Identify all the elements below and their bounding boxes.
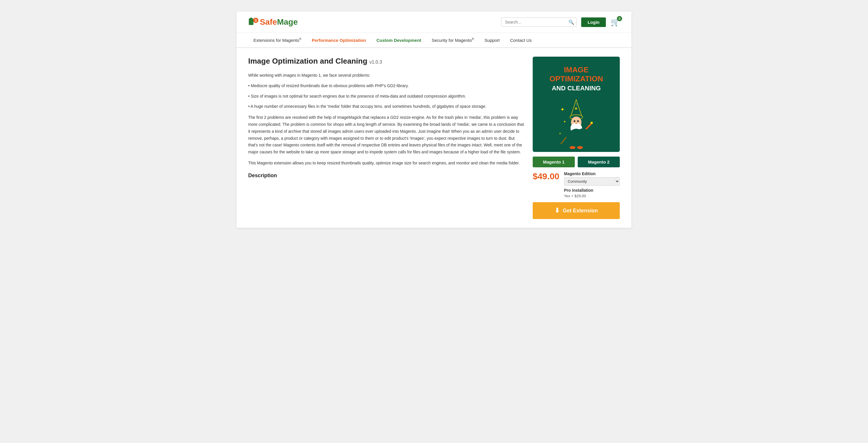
price-amount: $49.00 xyxy=(533,171,559,181)
svg-line-18 xyxy=(560,138,566,145)
product-image-title: IMAGE OPTIMIZATION xyxy=(538,65,614,83)
magento1-button[interactable]: Magento 1 xyxy=(533,156,575,167)
pro-install-label: Pro installation xyxy=(564,188,620,193)
content-area: Image Optimization and Cleaning v1.0.3 W… xyxy=(237,48,631,228)
svg-rect-0 xyxy=(249,19,253,25)
svg-text:✦: ✦ xyxy=(560,107,565,112)
login-button[interactable]: Login xyxy=(581,18,606,27)
product-image-subtitle: AND CLEANING xyxy=(552,85,601,92)
nav-item-custom[interactable]: Custom Development xyxy=(371,33,427,47)
page-wrapper: S SafeMage 🔍 Login 🛒 0 Extension xyxy=(231,0,637,239)
svg-text:☽: ☽ xyxy=(575,103,578,106)
version-buttons: Magento 1 Magento 2 xyxy=(533,156,620,167)
cart-badge: 0 xyxy=(617,16,622,21)
nav-item-security[interactable]: Security for Magento® xyxy=(427,33,479,47)
description-summary: This Magento extension allows you to kee… xyxy=(248,160,524,167)
logo-mage-text: Mage xyxy=(277,18,298,26)
svg-text:S: S xyxy=(255,19,257,23)
svg-text:★: ★ xyxy=(574,106,578,111)
svg-line-16 xyxy=(586,123,592,129)
main-content: Image Optimization and Cleaning v1.0.3 W… xyxy=(248,57,524,219)
svg-point-20 xyxy=(574,120,576,122)
download-icon: ⬇ xyxy=(555,207,560,214)
main-container: S SafeMage 🔍 Login 🛒 0 Extension xyxy=(237,11,631,228)
cart-wrapper[interactable]: 🛒 0 xyxy=(611,18,620,27)
nav-item-extensions[interactable]: Extensions for Magento® xyxy=(248,33,307,47)
svg-text:✦: ✦ xyxy=(559,132,561,135)
price-row: $49.00 Magento Edition Community Enterpr… xyxy=(533,171,620,198)
description-heading: Description xyxy=(248,173,524,179)
nav-item-contact[interactable]: Contact Us xyxy=(505,33,537,47)
svg-point-17 xyxy=(590,122,593,124)
svg-marker-1 xyxy=(248,18,254,19)
product-image-card: IMAGE OPTIMIZATION AND CLEANING ✦ ✦ ✦ xyxy=(533,57,620,152)
page-title: Image Optimization and Cleaning v1.0.3 xyxy=(248,57,524,66)
magento2-button[interactable]: Magento 2 xyxy=(578,156,620,167)
logo-safe-text: Safe xyxy=(260,18,277,26)
logo[interactable]: S SafeMage xyxy=(248,17,298,27)
svg-text:✦: ✦ xyxy=(563,120,566,124)
search-input[interactable] xyxy=(501,18,577,27)
get-extension-label: Get Extension xyxy=(563,208,598,214)
svg-point-23 xyxy=(569,146,576,149)
svg-point-21 xyxy=(577,120,579,122)
header: S SafeMage 🔍 Login 🛒 0 xyxy=(237,11,631,33)
description-intro: While working with images in Magento 1, … xyxy=(248,72,524,110)
edition-label: Magento Edition xyxy=(564,171,620,176)
nav-item-performance[interactable]: Performance Optimization xyxy=(307,33,371,47)
search-button[interactable]: 🔍 xyxy=(568,20,574,25)
description-main: The first 2 problems are resolved with t… xyxy=(248,114,524,156)
version-tag: v1.0.3 xyxy=(370,60,382,64)
edition-select[interactable]: Community Enterprise xyxy=(564,177,620,186)
search-container: 🔍 xyxy=(501,18,577,27)
header-right: 🔍 Login 🛒 0 xyxy=(501,18,620,27)
svg-point-24 xyxy=(577,146,583,149)
nav-item-support[interactable]: Support xyxy=(479,33,505,47)
edition-info: Magento Edition Community Enterprise Pro… xyxy=(564,171,620,198)
get-extension-button[interactable]: ⬇ Get Extension xyxy=(533,202,620,219)
svg-point-22 xyxy=(575,122,578,124)
nav-bar: Extensions for Magento® Performance Opti… xyxy=(237,33,631,48)
logo-icon: S xyxy=(248,17,259,27)
pro-install-option: Yes + $29.00 xyxy=(564,194,620,198)
sidebar: IMAGE OPTIMIZATION AND CLEANING ✦ ✦ ✦ xyxy=(533,57,620,219)
svg-point-19 xyxy=(557,144,563,147)
wizard-illustration: ✦ ✦ ✦ ★ ☽ xyxy=(557,97,595,143)
